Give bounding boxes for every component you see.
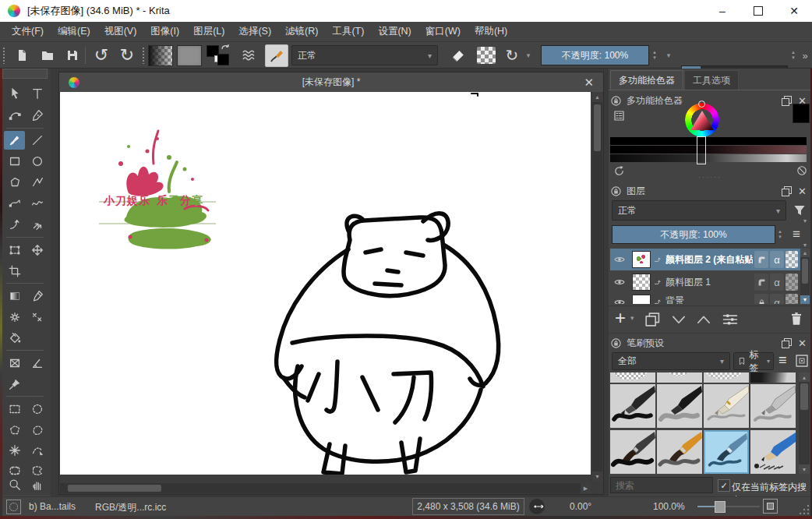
preset-ink-pen-white[interactable] — [704, 384, 749, 428]
layer-transparency-toggle[interactable] — [786, 274, 798, 291]
tool-bezier-curve[interactable] — [4, 194, 25, 213]
add-layer-button[interactable]: + — [615, 307, 626, 329]
preset-eraser-soft[interactable] — [704, 372, 749, 383]
tool-rect-select[interactable] — [4, 400, 25, 418]
reload-preset-dropdown[interactable]: ▾ — [524, 50, 533, 61]
tool-measure[interactable] — [26, 354, 48, 372]
tool-calligraphy[interactable] — [26, 106, 48, 125]
tool-polygon-select[interactable] — [4, 421, 25, 440]
float-panel-icon[interactable] — [782, 338, 792, 348]
layer-row-background[interactable]: 背景 α — [610, 293, 800, 304]
tool-reference-images[interactable] — [4, 375, 25, 394]
duplicate-layer-button[interactable] — [643, 310, 662, 329]
preserve-alpha-button[interactable] — [477, 47, 496, 64]
chevron-down-icon[interactable]: ▾ — [803, 217, 807, 224]
selection-mode-icon[interactable] — [6, 500, 21, 514]
scroll-right-button[interactable]: ▶ — [581, 483, 591, 493]
tool-move[interactable] — [26, 241, 48, 260]
preset-marker[interactable] — [657, 384, 702, 428]
resize-grip-icon[interactable] — [800, 504, 810, 514]
edit-brush-settings-button[interactable] — [265, 44, 288, 67]
tool-multibrush[interactable] — [26, 215, 48, 234]
menu-window[interactable]: 窗口(W) — [418, 22, 468, 41]
tool-line[interactable] — [26, 131, 48, 150]
toolbar-overflow-button[interactable]: » — [800, 47, 810, 64]
tool-zoom[interactable] — [4, 475, 25, 494]
tool-dynamic-brush[interactable] — [4, 215, 25, 234]
layers-scrollbar[interactable]: ▲ ▼ — [800, 249, 810, 304]
preset-search-input[interactable] — [610, 477, 713, 493]
gamut-strip[interactable] — [610, 146, 807, 154]
layer-thumbnail[interactable] — [632, 251, 651, 268]
preset-ink-gpen[interactable] — [610, 384, 655, 428]
pattern-selector[interactable] — [177, 45, 202, 66]
tool-rectangle[interactable] — [4, 152, 25, 171]
color-profile-label[interactable]: RGB/透明...rc.icc — [95, 501, 166, 514]
zoom-level-value[interactable]: 100.0% — [653, 501, 685, 512]
close-panel-icon[interactable]: ✕ — [798, 337, 807, 349]
tool-ellipse-select[interactable] — [26, 400, 48, 418]
scroll-up-button[interactable]: ▲ — [800, 249, 810, 257]
layer-lock-toggle[interactable] — [754, 294, 768, 304]
tab-tool-options[interactable]: 工具选项 — [684, 70, 739, 90]
tool-freehand-brush[interactable] — [4, 131, 25, 150]
selection-mode-label[interactable]: b) Ba...tails — [29, 501, 76, 512]
hue-marker[interactable] — [698, 101, 705, 108]
alpha-lock-toggle[interactable]: α — [770, 251, 784, 268]
menu-file[interactable]: 文件(F) — [5, 22, 51, 41]
tab-advanced-color-selector[interactable]: 多功能拾色器 — [610, 70, 683, 90]
alpha-lock-toggle[interactable]: α — [770, 274, 784, 291]
saturation-triangle[interactable] — [690, 109, 715, 132]
layers-menu-icon[interactable]: ≡ — [793, 227, 800, 242]
brush-size-indicator-icon[interactable] — [528, 498, 547, 515]
selector-settings-icon[interactable] — [613, 109, 626, 122]
preset-filter-dropdown[interactable]: 全部 ▾ — [612, 352, 730, 370]
toolbox-handle[interactable] — [2, 69, 48, 79]
menu-image[interactable]: 图像(I) — [143, 22, 186, 41]
open-document-button[interactable] — [36, 45, 59, 65]
layer-opacity-spinner[interactable]: ▲▼ — [775, 225, 785, 244]
chevron-down-icon[interactable]: ▾ — [803, 242, 807, 249]
display-mode-button[interactable] — [794, 353, 810, 369]
delete-layer-button[interactable] — [788, 310, 805, 327]
panel-resize-handle[interactable]: ······ — [609, 173, 811, 181]
scope-checkbox[interactable]: ✓ — [718, 479, 730, 492]
color-history-strip[interactable] — [610, 137, 807, 145]
layer-visibility-icon[interactable] — [613, 276, 626, 288]
layer-thumbnail[interactable] — [632, 274, 651, 291]
tool-fill[interactable] — [4, 329, 25, 348]
canvas-vertical-scrollbar[interactable]: ▲ ▼ — [592, 92, 602, 482]
presets-scrollbar[interactable]: ▲ ▼ — [799, 372, 810, 474]
tool-polyline[interactable] — [26, 173, 48, 192]
tool-edit-shapes[interactable] — [4, 106, 25, 125]
maximize-button[interactable] — [740, 0, 776, 22]
move-layer-up-button[interactable] — [694, 310, 713, 329]
new-document-button[interactable] — [10, 45, 34, 65]
tool-pan[interactable] — [26, 475, 48, 494]
choose-brush-preset-button[interactable] — [238, 45, 261, 65]
layer-thumbnail[interactable] — [632, 295, 651, 304]
close-button[interactable]: ✕ — [776, 0, 812, 22]
preset-paint-details[interactable] — [657, 430, 702, 474]
scroll-down-button[interactable]: ▼ — [799, 464, 810, 474]
scroll-up-button[interactable]: ▲ — [592, 92, 602, 102]
canvas[interactable]: 小刀娱乐乐于分享 — [60, 92, 591, 475]
add-layer-dropdown[interactable]: ▾ — [630, 314, 634, 322]
float-panel-icon[interactable] — [782, 96, 792, 106]
tool-select-shapes[interactable] — [4, 84, 25, 103]
scroll-down-button[interactable]: ▼ — [592, 471, 602, 482]
horizontal-scroll-thumb[interactable] — [68, 485, 161, 492]
panel-lock-icon[interactable] — [610, 337, 622, 349]
preset-airbrush-soft[interactable] — [750, 372, 796, 383]
tag-button[interactable]: 标签 ▾ — [733, 352, 774, 370]
menu-filter[interactable]: 滤镜(R) — [278, 22, 325, 41]
preset-pencil-silver[interactable] — [750, 384, 796, 428]
save-button[interactable] — [62, 45, 83, 65]
alpha-lock-toggle[interactable]: α — [770, 294, 784, 304]
tool-color-picker[interactable] — [26, 287, 48, 305]
layer-properties-button[interactable] — [721, 310, 740, 329]
layer-row-paint-layer-2[interactable]: 颜料图层 2 (来自粘贴) α — [610, 249, 800, 270]
blending-mode-dropdown[interactable]: 正常 ▾ — [291, 45, 438, 65]
panel-lock-icon[interactable] — [610, 95, 622, 107]
layer-visibility-icon[interactable] — [613, 296, 626, 304]
